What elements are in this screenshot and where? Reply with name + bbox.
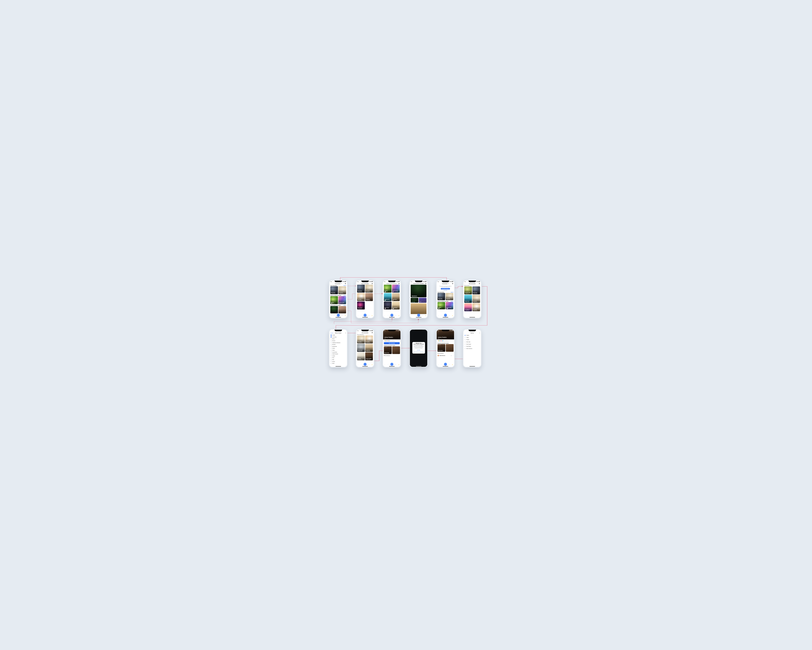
- checkbox-icon[interactable]: [331, 338, 332, 339]
- about-dropdown[interactable]: About ⌄: [384, 338, 387, 339]
- topic-row[interactable]: Health & Nutrition: [330, 353, 346, 355]
- community-tile[interactable]: Kayaking Adv…: [384, 293, 392, 301]
- mini-card[interactable]: The Prettiest Flowers in My Garden: [419, 298, 426, 303]
- back-icon[interactable]: ‹: [357, 283, 358, 284]
- sort-option[interactable]: Newest: [464, 334, 480, 336]
- more-icon[interactable]: [452, 355, 453, 356]
- community-tile[interactable]: Cat Lovers12,000 Members: [365, 285, 373, 293]
- filter-bar[interactable]: Filter by Topics ⌄: [464, 285, 480, 286]
- learn-more-link[interactable]: Learn More: [444, 290, 447, 291]
- about-dropdown[interactable]: About ⌄: [438, 338, 440, 339]
- post-row[interactable]: Eddie Simmons: [438, 354, 453, 357]
- back-icon[interactable]: ‹: [384, 332, 385, 333]
- checkbox-icon[interactable]: [331, 346, 332, 347]
- see-all-link[interactable]: See All: [343, 295, 346, 296]
- topic-row[interactable]: Music: [330, 357, 346, 359]
- menu-icon[interactable]: [425, 283, 426, 284]
- home-icon[interactable]: [330, 315, 332, 316]
- topic-row[interactable]: Fashion: [330, 347, 346, 349]
- community-tile[interactable]: Lettering12,000 Members: [357, 352, 365, 361]
- create-fab[interactable]: +: [417, 314, 420, 317]
- community-tile[interactable]: Nutrition: [384, 285, 392, 293]
- community-tile[interactable]: Koala Lovers12,000 Members: [357, 344, 365, 352]
- community-tile[interactable]: Band Geeks12,000 Members: [438, 293, 445, 300]
- sort-option[interactable]: Oldest: [464, 336, 480, 339]
- topic-row[interactable]: Education: [330, 344, 346, 346]
- join-button[interactable]: Join Community: [384, 342, 400, 344]
- community-tile[interactable]: Band Geeks12,000 Members: [330, 286, 338, 294]
- create-fab[interactable]: +: [363, 363, 366, 366]
- sort-row[interactable]: ⇅Sort by Newest: [384, 355, 400, 356]
- menu-icon[interactable]: [372, 283, 373, 284]
- menu-icon[interactable]: [398, 283, 400, 284]
- sort-option[interactable]: Most Shared: [464, 345, 480, 347]
- sort-option[interactable]: Most Liked: [464, 341, 480, 343]
- community-tile[interactable]: Band Geeks12,000 Members: [357, 285, 365, 293]
- topic-row[interactable]: Beauty: [330, 338, 346, 340]
- community-tile[interactable]: Avocado Toast…12,000 Members: [464, 286, 472, 294]
- see-all-link[interactable]: See All: [343, 285, 346, 286]
- chevron-down-icon[interactable]: [340, 283, 342, 284]
- community-tile[interactable]: Retro Games12,000 Members: [357, 301, 365, 310]
- community-tile[interactable]: Cute Dogs12,000 Members: [365, 336, 373, 344]
- lets-go-button[interactable]: Let's Go!: [413, 349, 424, 351]
- checkbox-icon[interactable]: [331, 357, 332, 358]
- checkbox-icon[interactable]: ✓: [331, 335, 332, 336]
- topic-row[interactable]: Business: [330, 340, 346, 342]
- back-icon[interactable]: ‹: [384, 283, 385, 284]
- community-tile[interactable]: Nutrition100 Members: [330, 296, 338, 304]
- how-to-link[interactable]: How to share to communities: [413, 351, 424, 353]
- community-tile[interactable]: Street Art App…12,000 Members: [339, 296, 346, 304]
- checkbox-icon[interactable]: [331, 355, 332, 356]
- community-hero[interactable]: Cool Sights Cool Places: [411, 303, 426, 314]
- community-tile[interactable]: Magic Tricks: [384, 301, 392, 310]
- community-tile[interactable]: Nutrition: [438, 302, 445, 309]
- menu-icon[interactable]: [345, 283, 346, 284]
- community-hero[interactable]: Gardeners: [411, 285, 426, 297]
- activity-icon[interactable]: [342, 315, 343, 316]
- create-fab[interactable]: +: [444, 363, 447, 366]
- bolt-icon[interactable]: [345, 315, 346, 316]
- topic-row[interactable]: News: [330, 359, 346, 361]
- community-tile[interactable]: Cat Lovers12,000 Members: [339, 286, 346, 294]
- topic-row[interactable]: Sports: [330, 362, 346, 364]
- checkbox-icon[interactable]: [331, 363, 332, 364]
- community-tile[interactable]: Street Art App…: [446, 302, 453, 309]
- checkbox-icon[interactable]: [331, 350, 332, 351]
- checkbox-icon[interactable]: [331, 342, 332, 343]
- create-fab[interactable]: +: [444, 314, 447, 317]
- community-tile[interactable]: Beach Goers: [392, 301, 400, 310]
- topic-row[interactable]: Food & Drinks: [330, 351, 346, 353]
- back-icon[interactable]: ‹: [357, 332, 358, 333]
- featured-strip[interactable]: @bearny18My Favorite Books Published in …: [384, 346, 400, 354]
- community-tile[interactable]: Beach Goers12,000 Members: [464, 295, 472, 303]
- topic-row[interactable]: Fitness: [330, 349, 346, 351]
- checkbox-icon[interactable]: [331, 361, 332, 362]
- create-fab[interactable]: +: [391, 314, 393, 317]
- see-all-link[interactable]: See All: [451, 292, 453, 293]
- menu-icon[interactable]: [479, 283, 480, 284]
- topic-row[interactable]: ✓Art & Culture: [330, 336, 346, 338]
- checkbox-icon[interactable]: [331, 353, 332, 355]
- bookmark-icon[interactable]: [451, 355, 452, 356]
- back-icon[interactable]: ‹: [464, 283, 465, 284]
- topic-row[interactable]: Lifestyle: [330, 355, 346, 357]
- view-all-button[interactable]: View All Communities: [441, 288, 450, 289]
- mini-card[interactable]: Garden Ideas: [411, 298, 418, 303]
- community-tile[interactable]: [339, 306, 346, 314]
- community-tile[interactable]: Cat Lovers12,000 Members: [446, 293, 453, 300]
- topic-row[interactable]: Celebrities & Influencers: [330, 342, 346, 344]
- community-tile[interactable]: Street Art App…: [392, 285, 400, 293]
- sort-option[interactable]: Most Viewed: [464, 343, 480, 345]
- community-tile[interactable]: Cat Lovers12,000 Members: [357, 336, 365, 344]
- topic-row[interactable]: Entertainment: [330, 346, 346, 347]
- members-row[interactable]: 24,047 Members: [384, 340, 400, 342]
- community-tile[interactable]: Llama Fans12,000 Members: [365, 344, 373, 352]
- checkbox-icon[interactable]: [331, 340, 332, 341]
- checkbox-icon[interactable]: [331, 352, 332, 353]
- create-fab[interactable]: +: [363, 314, 366, 317]
- community-tile[interactable]: Llama Fans: [392, 293, 400, 301]
- community-tile[interactable]: Cat Lovers12,000 Members: [472, 295, 480, 303]
- sort-option[interactable]: Popular: [464, 339, 480, 341]
- topic-row[interactable]: ✓Animals: [330, 334, 346, 336]
